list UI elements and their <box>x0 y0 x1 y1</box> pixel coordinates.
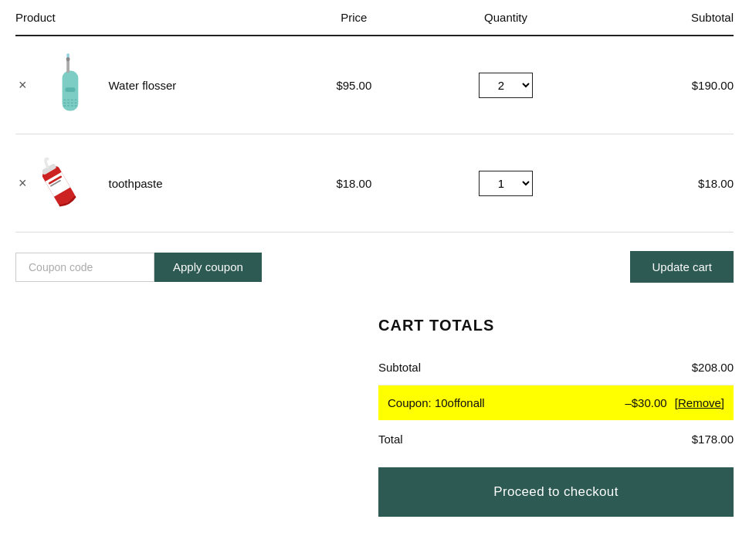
cart-totals-box: CART TOTALS Subtotal $208.00 Coupon: 10o… <box>378 317 734 517</box>
svg-rect-1 <box>66 59 69 73</box>
water-flosser-qty-cell: 1 2 3 4 5 <box>430 73 582 98</box>
toothpaste-image <box>42 148 97 218</box>
toothpaste-price: $18.00 <box>278 177 430 190</box>
coupon-discount-value: –$30.00 <box>625 396 666 409</box>
header-product: Product <box>15 11 278 24</box>
water-flosser-image <box>42 50 97 120</box>
update-cart-button[interactable]: Update cart <box>630 251 734 283</box>
coupon-code-input[interactable] <box>15 253 154 282</box>
cart-totals-section: CART TOTALS Subtotal $208.00 Coupon: 10o… <box>15 317 734 517</box>
cart-table-header: Product Price Quantity Subtotal <box>15 0 734 36</box>
total-value: $178.00 <box>692 433 734 446</box>
svg-rect-4 <box>65 87 75 92</box>
coupon-discount-group: –$30.00 [Remove] <box>625 396 724 409</box>
toothpaste-subtotal: $18.00 <box>581 177 734 190</box>
coupon-discount-row: Coupon: 10offonall –$30.00 [Remove] <box>378 385 734 420</box>
toothpaste-quantity-select[interactable]: 1 2 3 4 5 <box>479 171 533 196</box>
header-quantity: Quantity <box>430 11 582 24</box>
remove-toothpaste-button[interactable]: × <box>15 176 30 190</box>
proceed-to-checkout-button[interactable]: Proceed to checkout <box>378 467 734 517</box>
subtotal-value: $208.00 <box>692 361 734 374</box>
water-flosser-quantity-select[interactable]: 1 2 3 4 5 <box>479 73 533 98</box>
water-flosser-name: Water flosser <box>109 79 177 92</box>
cart-totals-title: CART TOTALS <box>378 317 734 334</box>
header-subtotal: Subtotal <box>581 11 734 24</box>
toothpaste-name: toothpaste <box>109 177 163 190</box>
coupon-label: Coupon: 10offonall <box>388 396 485 409</box>
product-cell-toothpaste: × <box>15 148 278 218</box>
coupon-left-group: Apply coupon <box>15 253 262 282</box>
cart-row-toothpaste: × <box>15 134 734 232</box>
header-price: Price <box>278 11 430 24</box>
total-row: Total $178.00 <box>378 420 734 458</box>
subtotal-row: Subtotal $208.00 <box>378 350 734 385</box>
toothpaste-qty-cell: 1 2 3 4 5 <box>430 171 582 196</box>
subtotal-label: Subtotal <box>378 361 421 374</box>
remove-water-flosser-button[interactable]: × <box>15 78 30 92</box>
water-flosser-subtotal: $190.00 <box>581 79 734 92</box>
product-cell-water-flosser: × <box>15 50 278 120</box>
cart-row-water-flosser: × <box>15 36 734 134</box>
water-flosser-price: $95.00 <box>278 79 430 92</box>
svg-point-3 <box>66 53 69 57</box>
total-label: Total <box>378 433 403 446</box>
apply-coupon-button[interactable]: Apply coupon <box>154 253 262 282</box>
coupon-row: Apply coupon Update cart <box>15 232 734 292</box>
coupon-remove-link[interactable]: [Remove] <box>675 396 724 409</box>
